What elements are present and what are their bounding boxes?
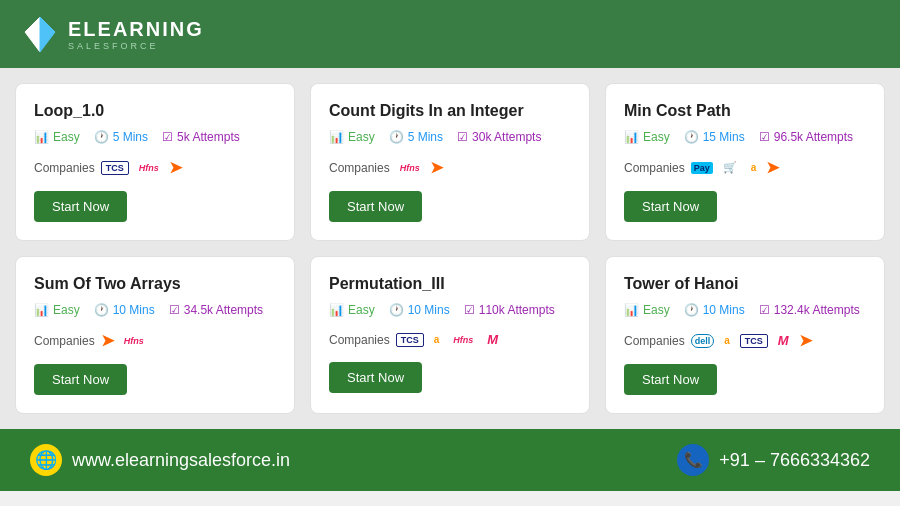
attempts-badge: ☑ 34.5k Attempts [169, 303, 263, 317]
companies-label: Companies [329, 161, 390, 175]
company-badge-hfn: Hfns [135, 162, 163, 174]
difficulty-badge: 📊 Easy [624, 130, 670, 144]
start-now-button[interactable]: Start Now [624, 364, 717, 395]
card-meta: 📊 Easy 🕐 10 Mins ☑ 132.4k Attempts [624, 303, 866, 317]
more-companies-arrow[interactable]: ➤ [430, 158, 443, 177]
course-card: Count Digits In an Integer 📊 Easy 🕐 5 Mi… [310, 83, 590, 241]
difficulty-badge: 📊 Easy [34, 130, 80, 144]
footer-website: 🌐 www.elearningsalesforce.in [30, 444, 290, 476]
card-meta: 📊 Easy 🕐 5 Mins ☑ 5k Attempts [34, 130, 276, 144]
attempts-badge: ☑ 5k Attempts [162, 130, 240, 144]
time-badge: 🕐 10 Mins [684, 303, 745, 317]
card-title: Loop_1.0 [34, 102, 276, 120]
card-companies: Companies Pay🛒a ➤ [624, 158, 866, 177]
card-title: Tower of Hanoi [624, 275, 866, 293]
card-meta: 📊 Easy 🕐 10 Mins ☑ 34.5k Attempts [34, 303, 276, 317]
start-now-button[interactable]: Start Now [329, 191, 422, 222]
bar-chart-icon: 📊 [624, 303, 639, 317]
bar-chart-icon: 📊 [34, 303, 49, 317]
start-now-button[interactable]: Start Now [34, 191, 127, 222]
difficulty-badge: 📊 Easy [329, 303, 375, 317]
course-card: Min Cost Path 📊 Easy 🕐 15 Mins ☑ 96.5k A… [605, 83, 885, 241]
clock-icon: 🕐 [94, 130, 109, 144]
clock-icon: 🕐 [684, 303, 699, 317]
company-badge-tcs: TCS [101, 161, 129, 175]
card-companies: Companies TCSHfns ➤ [34, 158, 276, 177]
footer-phone: 📞 +91 – 7666334362 [677, 444, 870, 476]
card-meta: 📊 Easy 🕐 15 Mins ☑ 96.5k Attempts [624, 130, 866, 144]
card-meta: 📊 Easy 🕐 10 Mins ☑ 110k Attempts [329, 303, 571, 317]
start-now-button[interactable]: Start Now [34, 364, 127, 395]
company-badge-tcs: TCS [396, 333, 424, 347]
company-badge-myntra: M [483, 331, 502, 348]
difficulty-badge: 📊 Easy [329, 130, 375, 144]
attempts-badge: ☑ 132.4k Attempts [759, 303, 860, 317]
card-title: Min Cost Path [624, 102, 866, 120]
company-badge-amazon: a [430, 333, 444, 346]
globe-icon: 🌐 [30, 444, 62, 476]
card-companies: Companies TCSaHfnsM [329, 331, 571, 348]
start-now-button[interactable]: Start Now [329, 362, 422, 393]
companies-label: Companies [624, 161, 685, 175]
check-icon: ☑ [169, 303, 180, 317]
check-icon: ☑ [162, 130, 173, 144]
bar-chart-icon: 📊 [329, 303, 344, 317]
company-badge-amazon: a [720, 334, 734, 347]
more-arrow[interactable]: ➤ [101, 331, 114, 350]
card-title: Count Digits In an Integer [329, 102, 571, 120]
time-badge: 🕐 5 Mins [94, 130, 148, 144]
more-companies-arrow[interactable]: ➤ [766, 158, 779, 177]
attempts-badge: ☑ 30k Attempts [457, 130, 541, 144]
website-url: www.elearningsalesforce.in [72, 450, 290, 471]
cards-grid: Loop_1.0 📊 Easy 🕐 5 Mins ☑ 5k Attempts C… [15, 83, 885, 414]
card-companies: Companies dellaTCSM ➤ [624, 331, 866, 350]
bar-chart-icon: 📊 [329, 130, 344, 144]
time-badge: 🕐 5 Mins [389, 130, 443, 144]
bar-chart-icon: 📊 [624, 130, 639, 144]
company-badge-myntra: M [774, 332, 793, 349]
companies-label: Companies [34, 334, 95, 348]
companies-label: Companies [624, 334, 685, 348]
clock-icon: 🕐 [684, 130, 699, 144]
check-icon: ☑ [759, 303, 770, 317]
company-badge-tcs: TCS [740, 334, 768, 348]
logo-text: ELEARNING SALESFORCE [68, 18, 204, 51]
site-header: ELEARNING SALESFORCE [0, 0, 900, 68]
start-now-button[interactable]: Start Now [624, 191, 717, 222]
time-badge: 🕐 15 Mins [684, 130, 745, 144]
more-companies-arrow[interactable]: ➤ [799, 331, 812, 350]
attempts-badge: ☑ 96.5k Attempts [759, 130, 853, 144]
course-card: Tower of Hanoi 📊 Easy 🕐 10 Mins ☑ 132.4k… [605, 256, 885, 414]
card-meta: 📊 Easy 🕐 5 Mins ☑ 30k Attempts [329, 130, 571, 144]
company-badge-flipkart: 🛒 [719, 160, 741, 175]
logo: ELEARNING SALESFORCE [20, 12, 204, 57]
check-icon: ☑ [457, 130, 468, 144]
difficulty-badge: 📊 Easy [34, 303, 80, 317]
clock-icon: 🕐 [94, 303, 109, 317]
time-badge: 🕐 10 Mins [389, 303, 450, 317]
logo-icon [20, 12, 60, 57]
card-title: Sum Of Two Arrays [34, 275, 276, 293]
phone-number: +91 – 7666334362 [719, 450, 870, 471]
course-card: Permutation_III 📊 Easy 🕐 10 Mins ☑ 110k … [310, 256, 590, 414]
company-badge-paytm: Pay [691, 162, 713, 174]
phone-icon: 📞 [677, 444, 709, 476]
logo-elearning-label: ELEARNING [68, 18, 204, 41]
course-card: Loop_1.0 📊 Easy 🕐 5 Mins ☑ 5k Attempts C… [15, 83, 295, 241]
main-content: Loop_1.0 📊 Easy 🕐 5 Mins ☑ 5k Attempts C… [0, 68, 900, 429]
clock-icon: 🕐 [389, 303, 404, 317]
company-badge-hfn: Hfns [449, 334, 477, 346]
card-companies: Companies ➤ Hfns [34, 331, 276, 350]
card-title: Permutation_III [329, 275, 571, 293]
more-companies-arrow[interactable]: ➤ [169, 158, 182, 177]
bar-chart-icon: 📊 [34, 130, 49, 144]
course-card: Sum Of Two Arrays 📊 Easy 🕐 10 Mins ☑ 34.… [15, 256, 295, 414]
companies-label: Companies [329, 333, 390, 347]
check-icon: ☑ [464, 303, 475, 317]
card-companies: Companies Hfns ➤ [329, 158, 571, 177]
logo-salesforce-label: SALESFORCE [68, 41, 204, 51]
attempts-badge: ☑ 110k Attempts [464, 303, 555, 317]
clock-icon: 🕐 [389, 130, 404, 144]
check-icon: ☑ [759, 130, 770, 144]
company-badge-hfn: Hfns [396, 162, 424, 174]
